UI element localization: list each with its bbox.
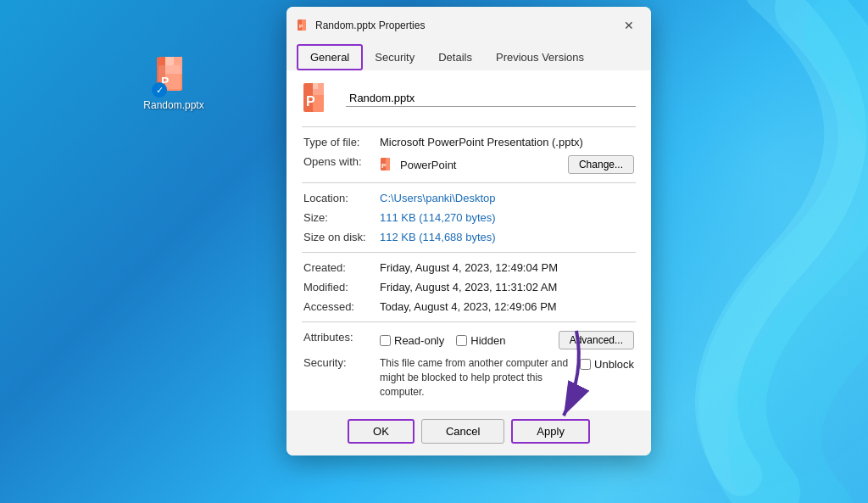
file-header: P bbox=[302, 82, 636, 115]
desktop-icon-label: Random.pptx bbox=[143, 99, 203, 111]
apply-button[interactable]: Apply bbox=[511, 419, 590, 444]
hidden-checkbox[interactable] bbox=[456, 335, 467, 346]
attributes-row: Read-only Hidden Advanced... bbox=[380, 331, 634, 349]
dialog-title-left: P Random.pptx Properties bbox=[297, 19, 425, 32]
opens-with-app: PowerPoint bbox=[400, 159, 456, 171]
modified-value: Friday, August 4, 2023, 11:31:02 AM bbox=[378, 277, 636, 297]
checkmark-badge: ✓ bbox=[152, 82, 167, 98]
readonly-checkbox[interactable] bbox=[380, 335, 391, 346]
readonly-label: Read-only bbox=[394, 334, 444, 347]
desktop-icon-random-pptx[interactable]: P ✓ Random.pptx bbox=[140, 55, 208, 111]
type-value: Microsoft PowerPoint Presentation (.pptx… bbox=[378, 132, 636, 152]
hidden-checkbox-label[interactable]: Hidden bbox=[456, 334, 505, 347]
dialog-title-icon: P bbox=[297, 19, 310, 32]
cancel-button[interactable]: Cancel bbox=[421, 419, 504, 444]
row-attributes: Attributes: Read-only Hidden Advance bbox=[302, 327, 636, 353]
desktop: P ✓ Random.pptx P Random.pptx Properties… bbox=[0, 0, 868, 503]
accessed-label: Accessed: bbox=[302, 297, 378, 316]
properties-dialog: P Random.pptx Properties ✕ General Secur… bbox=[287, 7, 651, 455]
location-label: Location: bbox=[302, 188, 378, 208]
row-size-on-disk: Size on disk: 112 KB (114,688 bytes) bbox=[302, 227, 636, 247]
svg-rect-4 bbox=[165, 57, 174, 65]
advanced-button[interactable]: Advanced... bbox=[559, 331, 634, 349]
dialog-body: P Type of file: Microsoft PowerPoint Pre… bbox=[287, 70, 651, 411]
tab-previous-versions[interactable]: Previous Versions bbox=[484, 44, 596, 70]
security-label: Security: bbox=[302, 353, 378, 402]
dialog-titlebar: P Random.pptx Properties ✕ bbox=[287, 7, 651, 37]
dialog-footer: OK Cancel Apply bbox=[287, 411, 651, 455]
attributes-value: Read-only Hidden Advanced... bbox=[378, 327, 636, 353]
attributes-table: Attributes: Read-only Hidden Advance bbox=[302, 327, 636, 402]
divider-4 bbox=[302, 321, 636, 322]
svg-text:P: P bbox=[299, 24, 303, 29]
created-value: Friday, August 4, 2023, 12:49:04 PM bbox=[378, 258, 636, 277]
row-accessed: Accessed: Today, August 4, 2023, 12:49:0… bbox=[302, 297, 636, 316]
row-type: Type of file: Microsoft PowerPoint Prese… bbox=[302, 132, 636, 152]
svg-rect-13 bbox=[313, 83, 318, 89]
change-button[interactable]: Change... bbox=[568, 155, 634, 174]
row-opens: Opens with: P PowerPoint Change... bbox=[302, 152, 636, 177]
powerpoint-icon: P bbox=[380, 157, 395, 172]
dialog-tabs: General Security Details Previous Versio… bbox=[287, 37, 651, 70]
security-row: This file came from another computer and… bbox=[380, 356, 634, 399]
location-value: C:\Users\panki\Desktop bbox=[378, 188, 636, 208]
divider-2 bbox=[302, 182, 636, 183]
properties-table: Type of file: Microsoft PowerPoint Prese… bbox=[302, 132, 636, 177]
row-created: Created: Friday, August 4, 2023, 12:49:0… bbox=[302, 258, 636, 277]
location-table: Location: C:\Users\panki\Desktop Size: 1… bbox=[302, 188, 636, 247]
pptx-file-icon: P ✓ bbox=[153, 55, 194, 96]
divider-1 bbox=[302, 126, 636, 127]
unblock-label-text: Unblock bbox=[594, 358, 634, 371]
security-value: This file came from another computer and… bbox=[378, 353, 636, 402]
svg-text:P: P bbox=[381, 162, 387, 170]
file-icon-large: P bbox=[302, 82, 334, 115]
row-size: Size: 111 KB (114,270 bytes) bbox=[302, 208, 636, 227]
svg-rect-16 bbox=[386, 158, 390, 170]
ok-button[interactable]: OK bbox=[348, 419, 415, 444]
dialog-title-text: Random.pptx Properties bbox=[315, 20, 425, 31]
opens-value: P PowerPoint Change... bbox=[378, 152, 636, 177]
divider-3 bbox=[302, 252, 636, 253]
size-on-disk-label: Size on disk: bbox=[302, 227, 378, 247]
type-label: Type of file: bbox=[302, 132, 378, 152]
unblock-checkbox[interactable] bbox=[580, 359, 591, 370]
modified-label: Modified: bbox=[302, 277, 378, 297]
readonly-checkbox-label[interactable]: Read-only bbox=[380, 334, 444, 347]
unblock-checkbox-label[interactable]: Unblock bbox=[580, 358, 634, 371]
hidden-label: Hidden bbox=[470, 334, 505, 347]
tab-general[interactable]: General bbox=[297, 44, 363, 70]
opens-label: Opens with: bbox=[302, 152, 378, 177]
size-on-disk-value: 112 KB (114,688 bytes) bbox=[378, 227, 636, 247]
row-location: Location: C:\Users\panki\Desktop bbox=[302, 188, 636, 208]
created-label: Created: bbox=[302, 258, 378, 277]
opens-with-row: P PowerPoint Change... bbox=[380, 155, 634, 174]
dates-table: Created: Friday, August 4, 2023, 12:49:0… bbox=[302, 258, 636, 316]
svg-text:P: P bbox=[306, 94, 315, 109]
security-text: This file came from another computer and… bbox=[380, 356, 573, 399]
row-modified: Modified: Friday, August 4, 2023, 11:31:… bbox=[302, 277, 636, 297]
tab-details[interactable]: Details bbox=[426, 44, 484, 70]
attributes-label: Attributes: bbox=[302, 327, 378, 353]
size-label: Size: bbox=[302, 208, 378, 227]
file-name-input[interactable] bbox=[346, 90, 636, 107]
dialog-close-button[interactable]: ✕ bbox=[617, 14, 641, 37]
size-value: 111 KB (114,270 bytes) bbox=[378, 208, 636, 227]
accessed-value: Today, August 4, 2023, 12:49:06 PM bbox=[378, 297, 636, 316]
row-security: Security: This file came from another co… bbox=[302, 353, 636, 402]
tab-security[interactable]: Security bbox=[363, 44, 426, 70]
